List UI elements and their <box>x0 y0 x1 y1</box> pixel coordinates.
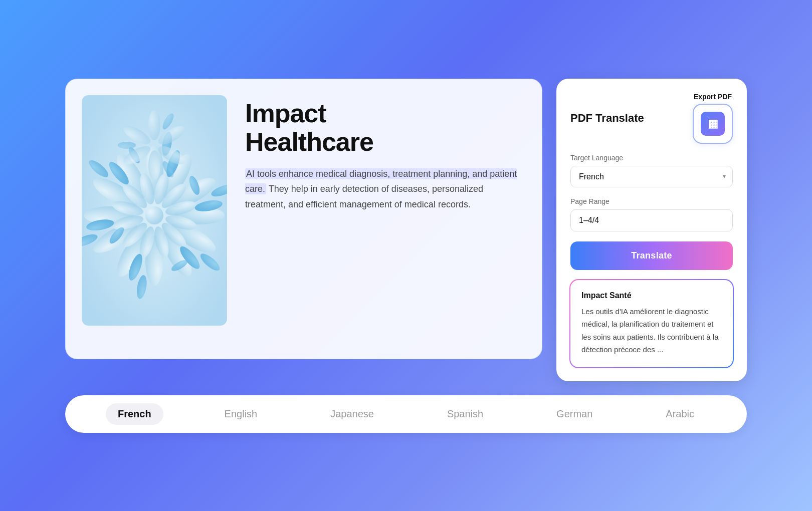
language-bar: French English Japanese Spanish German A… <box>65 395 747 433</box>
export-pdf-section: Export PDF ▦ <box>693 93 733 144</box>
document-title: Impact Healthcare <box>245 99 526 156</box>
language-select[interactable]: French English Spanish German Japanese A… <box>570 166 733 187</box>
document-content: Impact Healthcare AI tools enhance medic… <box>245 95 526 212</box>
language-item-arabic[interactable]: Arabic <box>654 403 706 425</box>
pdf-translate-card: PDF Translate Export PDF ▦ Target Langua… <box>556 79 747 381</box>
target-language-group: Target Language French English Spanish G… <box>570 154 733 187</box>
main-container: Impact Healthcare AI tools enhance medic… <box>65 79 747 433</box>
document-card: Impact Healthcare AI tools enhance medic… <box>65 79 542 359</box>
card-title: PDF Translate <box>570 112 644 125</box>
export-icon: ▦ <box>701 112 725 136</box>
page-range-label: Page Range <box>570 197 733 205</box>
top-row: Impact Healthcare AI tools enhance medic… <box>65 79 747 381</box>
page-range-input[interactable] <box>570 209 733 231</box>
svg-point-50 <box>118 142 136 149</box>
language-item-japanese[interactable]: Japanese <box>318 403 386 425</box>
target-language-label: Target Language <box>570 154 733 162</box>
svg-point-45 <box>148 150 160 180</box>
translation-preview-title: Impact Santé <box>581 291 722 300</box>
card-header: PDF Translate Export PDF ▦ <box>570 93 733 144</box>
translation-preview: Impact Santé Les outils d'IA améliorent … <box>570 280 733 367</box>
language-item-german[interactable]: German <box>544 403 604 425</box>
document-image <box>82 95 227 326</box>
translation-preview-text: Les outils d'IA améliorent le diagnostic… <box>581 305 722 356</box>
document-description: AI tools enhance medical diagnosis, trea… <box>245 166 526 212</box>
language-select-wrapper[interactable]: French English Spanish German Japanese A… <box>570 166 733 187</box>
language-item-french[interactable]: French <box>106 403 163 425</box>
translation-preview-wrapper: Impact Santé Les outils d'IA améliorent … <box>570 280 733 367</box>
export-pdf-label: Export PDF <box>694 93 732 101</box>
export-pdf-button[interactable]: ▦ <box>693 104 733 144</box>
svg-point-42 <box>148 110 160 140</box>
language-item-spanish[interactable]: Spanish <box>435 403 495 425</box>
translate-button[interactable]: Translate <box>570 241 733 270</box>
page-range-group: Page Range <box>570 197 733 231</box>
right-panel: PDF Translate Export PDF ▦ Target Langua… <box>556 79 747 381</box>
language-item-english[interactable]: English <box>213 403 270 425</box>
svg-point-41 <box>145 206 163 224</box>
